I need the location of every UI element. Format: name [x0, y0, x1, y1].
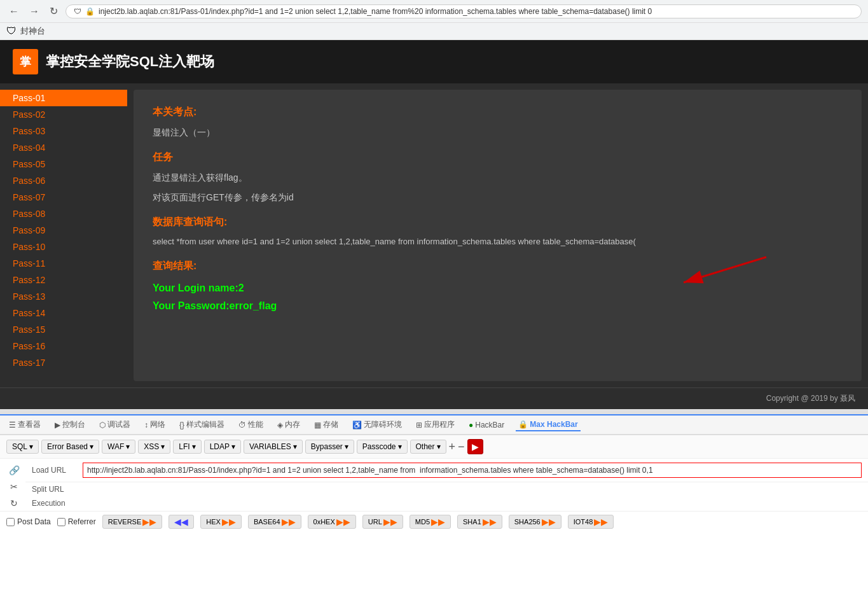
- base64-arrow: ▶▶: [282, 517, 296, 527]
- bypasser-button[interactable]: Bypasser ▾: [305, 440, 354, 454]
- referrer-checkbox-label[interactable]: Referrer: [57, 517, 96, 526]
- hex0x-button[interactable]: 0xHEX ▶▶: [308, 515, 356, 529]
- reverse-button[interactable]: REVERSE ▶▶: [102, 515, 163, 529]
- debugger-label: 调试器: [107, 419, 130, 430]
- sidebar-item-pass01[interactable]: Pass-01: [0, 90, 127, 106]
- sidebar-item-pass07[interactable]: Pass-07: [0, 189, 127, 206]
- split-url-label[interactable]: Split URL: [32, 485, 76, 494]
- sidebar: Pass-01 Pass-02 Pass-03 Pass-04 Pass-05 …: [0, 83, 127, 387]
- devtools-console[interactable]: ▶ 控制台: [52, 418, 88, 431]
- post-data-checkbox-label[interactable]: Post Data: [6, 517, 51, 526]
- devtools-style-editor[interactable]: {} 样式编辑器: [177, 418, 227, 431]
- sidebar-item-pass04[interactable]: Pass-04: [0, 139, 127, 156]
- task-text1: 通过显错注入获得flag。: [153, 171, 843, 185]
- devtools-debugger[interactable]: ⬡ 调试器: [97, 418, 133, 431]
- max-hackbar-label: Max HackBar: [530, 420, 577, 429]
- devtools-hackbar[interactable]: ● HackBar: [466, 419, 507, 431]
- devtools-max-hackbar[interactable]: 🔒 Max HackBar: [516, 419, 580, 431]
- sidebar-item-pass09[interactable]: Pass-09: [0, 222, 127, 239]
- devtools-inspector[interactable]: ☰ 查看器: [6, 418, 43, 431]
- sha1-button[interactable]: SHA1 ▶▶: [457, 515, 502, 529]
- lock-icon: 🔒: [85, 7, 95, 16]
- hex-button[interactable]: HEX ▶▶: [200, 515, 242, 529]
- sidebar-item-pass02[interactable]: Pass-02: [0, 106, 127, 123]
- passcode-dropdown-icon: ▾: [398, 442, 402, 451]
- ldap-label: LDAP: [210, 442, 230, 451]
- execution-label[interactable]: Execution: [32, 499, 76, 508]
- lfi-label: LFI: [179, 442, 189, 451]
- split-url-row: Split URL: [25, 482, 868, 496]
- ldap-button[interactable]: LDAP ▾: [204, 440, 241, 454]
- sql-button[interactable]: SQL ▾: [6, 440, 39, 454]
- base64-button[interactable]: BASE64 ▶▶: [248, 515, 301, 529]
- iot48-button[interactable]: IOT48 ▶▶: [568, 515, 614, 529]
- devtools-accessibility[interactable]: ♿ 无障碍环境: [350, 418, 404, 431]
- sidebar-item-pass17[interactable]: Pass-17: [0, 354, 127, 371]
- accessibility-label: 无障碍环境: [364, 419, 402, 430]
- refresh-button[interactable]: ↻: [47, 4, 60, 18]
- devtools-application[interactable]: ⊞ 应用程序: [413, 418, 457, 431]
- back-button[interactable]: ←: [6, 4, 22, 18]
- add-button[interactable]: +: [449, 440, 456, 454]
- task-text2: 对该页面进行GET传参，传参名为id: [153, 190, 843, 204]
- devtools-performance[interactable]: ⏱ 性能: [236, 418, 266, 431]
- sidebar-item-pass06[interactable]: Pass-06: [0, 172, 127, 189]
- other-dropdown-icon: ▾: [437, 442, 441, 451]
- link-icon[interactable]: 🔗: [6, 463, 22, 478]
- sql-label: SQL: [12, 442, 27, 451]
- sidebar-item-pass13[interactable]: Pass-13: [0, 288, 127, 305]
- sidebar-item-pass05[interactable]: Pass-05: [0, 156, 127, 172]
- devtools-memory[interactable]: ◈ 内存: [275, 418, 303, 431]
- hex-left-button[interactable]: ◀◀: [169, 515, 194, 529]
- style-editor-icon: {}: [179, 421, 184, 429]
- md5-button[interactable]: MD5 ▶▶: [410, 515, 451, 529]
- memory-label: 内存: [285, 419, 300, 430]
- url-encode-button[interactable]: URL ▶▶: [362, 515, 403, 529]
- sidebar-item-pass12[interactable]: Pass-12: [0, 272, 127, 288]
- passcode-label: Passcode: [362, 442, 396, 451]
- sidebar-item-pass08[interactable]: Pass-08: [0, 206, 127, 222]
- devtools-storage[interactable]: ▦ 存储: [312, 418, 341, 431]
- referrer-label: Referrer: [68, 517, 96, 526]
- refresh-icon[interactable]: ↻: [6, 496, 22, 511]
- sidebar-item-pass03[interactable]: Pass-03: [0, 123, 127, 139]
- scissors-icon[interactable]: ✂: [6, 479, 22, 494]
- remove-button[interactable]: −: [458, 440, 465, 454]
- passcode-button[interactable]: Passcode ▾: [357, 440, 408, 454]
- load-url-row: Load URL: [25, 459, 868, 482]
- variables-button[interactable]: VARIABLES ▾: [244, 440, 303, 454]
- sidebar-item-pass15[interactable]: Pass-15: [0, 321, 127, 338]
- annotation-area: [153, 327, 843, 365]
- variables-dropdown-icon: ▾: [293, 442, 297, 451]
- error-based-label: Error Based: [47, 442, 88, 451]
- xss-button[interactable]: XSS ▾: [138, 440, 170, 454]
- sidebar-item-pass14[interactable]: Pass-14: [0, 305, 127, 321]
- sidebar-item-pass11[interactable]: Pass-11: [0, 255, 127, 272]
- error-based-button[interactable]: Error Based ▾: [41, 440, 99, 454]
- hex-left-arrow: ◀◀: [174, 517, 188, 527]
- lfi-button[interactable]: LFI ▾: [173, 440, 201, 454]
- other-button[interactable]: Other ▾: [410, 440, 446, 454]
- url-input[interactable]: [83, 463, 862, 478]
- iot48-label: IOT48: [574, 518, 593, 526]
- hex0x-label: 0xHEX: [313, 518, 335, 526]
- run-button[interactable]: ▶: [467, 439, 483, 454]
- referrer-checkbox[interactable]: [57, 518, 65, 526]
- side-icons: 🔗 ✂ ↻: [0, 459, 25, 511]
- devtools-network[interactable]: ↕ 网络: [142, 418, 168, 431]
- sha256-button[interactable]: SHA256 ▶▶: [509, 515, 561, 529]
- query-text: select *from user where id=1 and 1=2 uni…: [153, 235, 843, 248]
- horizontal-scrollbar[interactable]: [0, 409, 868, 414]
- waf-button[interactable]: WAF ▾: [102, 440, 135, 454]
- base64-label: BASE64: [254, 518, 280, 526]
- memory-icon: ◈: [277, 421, 283, 429]
- browser-chrome: ← → ↻ 🛡 🔒 inject2b.lab.aqlab.cn:81/Pass-…: [0, 0, 868, 23]
- post-data-checkbox[interactable]: [6, 518, 15, 526]
- inspector-icon: ☰: [9, 421, 16, 429]
- sidebar-item-pass10[interactable]: Pass-10: [0, 239, 127, 255]
- sidebar-item-pass16[interactable]: Pass-16: [0, 338, 127, 354]
- load-url-label[interactable]: Load URL: [32, 466, 76, 475]
- sql-dropdown-icon: ▾: [29, 442, 33, 451]
- forward-button[interactable]: →: [27, 4, 42, 18]
- address-bar[interactable]: 🛡 🔒 inject2b.lab.aqlab.cn:81/Pass-01/ind…: [65, 4, 862, 18]
